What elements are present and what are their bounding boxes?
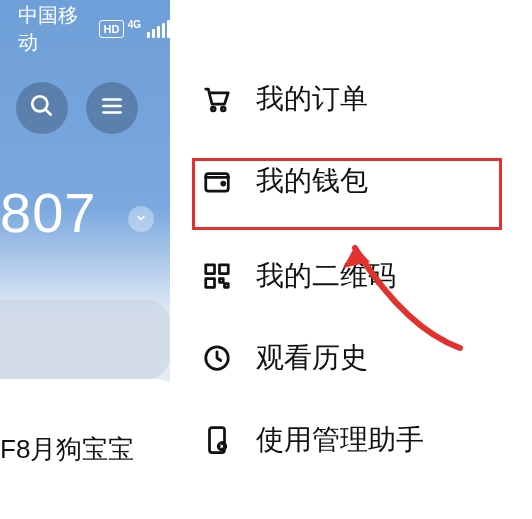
svg-point-6 xyxy=(221,107,225,111)
content-card[interactable]: F8月狗宝宝 xyxy=(0,379,170,519)
clock-icon xyxy=(200,341,234,375)
svg-rect-9 xyxy=(206,265,215,274)
menu-item-wallet[interactable]: 我的钱包 xyxy=(170,140,532,222)
menu-item-manage[interactable]: 使用管理助手 xyxy=(170,399,532,481)
cart-icon xyxy=(200,82,234,116)
hd-badge: HD xyxy=(99,20,124,38)
menu-item-label: 我的二维码 xyxy=(256,257,396,295)
underlying-app-strip: 中国移动 HD 4G 807 xyxy=(0,0,170,519)
search-button[interactable] xyxy=(16,82,68,134)
wallet-icon xyxy=(200,164,234,198)
svg-rect-11 xyxy=(206,279,215,288)
menu-divider xyxy=(198,228,504,229)
svg-point-8 xyxy=(222,182,225,185)
screenshot-root: 中国移动 HD 4G 807 xyxy=(0,0,532,519)
svg-line-1 xyxy=(45,109,50,114)
card-shadow xyxy=(0,300,170,380)
search-icon xyxy=(29,93,55,123)
menu-item-label: 使用管理助手 xyxy=(256,421,424,459)
svg-rect-13 xyxy=(225,284,229,288)
menu-item-history[interactable]: 观看历史 xyxy=(170,317,532,399)
svg-rect-12 xyxy=(220,279,224,283)
signal-icon xyxy=(147,20,170,38)
hamburger-button[interactable] xyxy=(86,82,138,134)
large-number-fragment: 807 xyxy=(0,180,96,245)
menu-item-label: 我的订单 xyxy=(256,80,368,118)
chevron-down-icon xyxy=(135,210,147,228)
card-title-fragment: F8月狗宝宝 xyxy=(0,432,134,467)
menu-item-qrcode[interactable]: 我的二维码 xyxy=(170,235,532,317)
network-type-label: 4G xyxy=(128,19,141,30)
svg-point-5 xyxy=(211,107,215,111)
hamburger-icon xyxy=(99,93,125,123)
menu-item-orders[interactable]: 我的订单 xyxy=(170,58,532,140)
svg-rect-10 xyxy=(220,265,229,274)
carrier-label: 中国移动 xyxy=(18,2,93,56)
qrcode-icon xyxy=(200,259,234,293)
phone-settings-icon xyxy=(200,423,234,457)
side-drawer: 我的订单 我的钱包 我的二维 xyxy=(170,0,532,519)
menu-item-label: 观看历史 xyxy=(256,339,368,377)
dropdown-chevron-button[interactable] xyxy=(128,206,154,232)
status-bar: 中国移动 HD 4G xyxy=(0,14,170,44)
drawer-menu-list: 我的订单 我的钱包 我的二维 xyxy=(170,0,532,481)
menu-item-label: 我的钱包 xyxy=(256,162,368,200)
